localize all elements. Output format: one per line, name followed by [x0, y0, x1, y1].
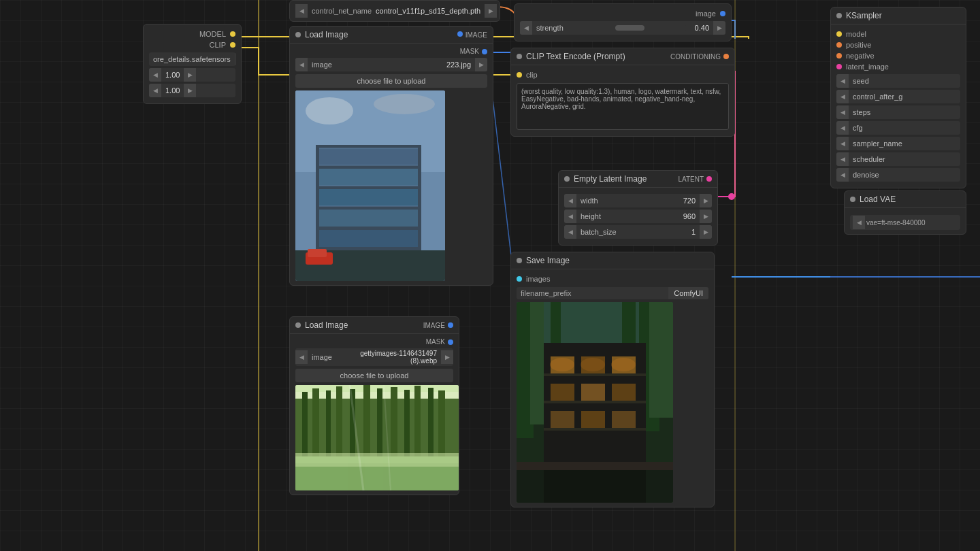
- svg-rect-35: [581, 411, 605, 428]
- clip-in-label: clip: [526, 71, 538, 79]
- svg-point-43: [550, 358, 574, 371]
- img2-filename: gettyimages-1146431497 (8).webp: [336, 348, 441, 366]
- img1-filename-row[interactable]: ◀ image 223.jpg ▶: [295, 58, 487, 71]
- arrow-ctrl-right[interactable]: ▶: [485, 4, 497, 18]
- svg-rect-22: [530, 302, 544, 424]
- arrow-denoise-left[interactable]: ◀: [836, 168, 849, 182]
- seed-row[interactable]: ◀ seed: [836, 74, 960, 88]
- val2-row[interactable]: ◀ 1.00 ▶: [149, 84, 235, 97]
- ksampler-negative-port: negative: [836, 50, 960, 61]
- model-label: MODEL: [199, 30, 226, 38]
- svg-point-4: [306, 97, 353, 124]
- ctrl-param-name: control_net_name: [312, 7, 372, 15]
- upload-btn-2[interactable]: choose file to upload: [295, 369, 453, 382]
- ksampler-node: KSampler model positive negative latent_…: [830, 7, 966, 188]
- strength-value: 0.40: [691, 22, 713, 33]
- arrow-img1-right[interactable]: ▶: [475, 58, 487, 71]
- empty-latent-title: Empty Latent Image: [574, 174, 647, 184]
- svg-point-44: [581, 358, 605, 371]
- mask2-out-dot: [448, 339, 453, 345]
- svg-rect-9: [319, 189, 418, 206]
- load-img2-dot: [295, 322, 301, 328]
- batch-label: batch_size: [576, 227, 687, 237]
- scheduler-row[interactable]: ◀ scheduler: [836, 152, 960, 166]
- svg-rect-32: [581, 384, 605, 401]
- svg-point-1: [728, 193, 735, 200]
- arrow-seed-left[interactable]: ◀: [836, 74, 849, 88]
- model-node: MODEL CLIP ore_details.safetensors ▶ ◀ 1…: [143, 24, 242, 104]
- arrow-sampler-left[interactable]: ◀: [836, 137, 849, 150]
- load-img1-dot: [295, 32, 301, 37]
- control-net-node: ◀ control_net_name control_v11f1p_sd15_d…: [289, 0, 500, 22]
- upload-btn-1[interactable]: choose file to upload: [295, 74, 487, 88]
- clip-text-area[interactable]: [517, 83, 729, 130]
- sampler-label: sampler_name: [849, 138, 960, 149]
- svg-rect-34: [551, 411, 574, 428]
- width-value: 720: [679, 195, 700, 206]
- svg-rect-65: [295, 453, 459, 467]
- arrow-right-2[interactable]: ▶: [184, 84, 196, 97]
- ctrl-after-label: control_after_g: [849, 91, 960, 102]
- svg-rect-39: [544, 428, 646, 431]
- cfg-label: cfg: [849, 122, 960, 133]
- cfg-row[interactable]: ◀ cfg: [836, 121, 960, 135]
- filename-row: ore_details.safetensors ▶: [149, 52, 235, 66]
- filename-prefix-row[interactable]: filename_prefix ComfyUI: [517, 287, 708, 299]
- svg-rect-10: [319, 210, 418, 227]
- batch-row[interactable]: ◀ batch_size 1 ▶: [564, 225, 712, 239]
- arrow-left-2[interactable]: ◀: [149, 84, 161, 97]
- arrow-strength-left[interactable]: ◀: [520, 21, 532, 35]
- images-label: images: [526, 275, 550, 283]
- arrow-steps-left[interactable]: ◀: [836, 105, 849, 119]
- ksampler-title: KSampler: [846, 11, 882, 20]
- arrow-height-right[interactable]: ▶: [700, 210, 712, 223]
- arrow-ctrl-left[interactable]: ◀: [295, 4, 308, 18]
- strength-row[interactable]: ◀ strength 0.40 ▶: [520, 21, 725, 35]
- latent-out-dot: [706, 176, 712, 182]
- arrow-img2-left[interactable]: ◀: [295, 350, 308, 364]
- vae-value-row[interactable]: ◀ vae=ft-mse-840000: [850, 215, 960, 230]
- ksampler-latent-label: latent_image: [846, 63, 889, 71]
- save-image-node: Save Image images filename_prefix ComfyU…: [510, 252, 715, 507]
- arrow-scheduler-left[interactable]: ◀: [836, 152, 849, 166]
- arrow-width-right[interactable]: ▶: [700, 194, 712, 207]
- arrow-ctrl-after-left[interactable]: ◀: [836, 90, 849, 103]
- load-image-1-node: Load Image IMAGE MASK ◀ image 223.jpg ▶ …: [289, 26, 493, 286]
- arrow-cfg-left[interactable]: ◀: [836, 121, 849, 135]
- steps-row[interactable]: ◀ steps: [836, 105, 960, 119]
- height-row[interactable]: ◀ height 960 ▶: [564, 210, 712, 223]
- load-image-2-node: Load Image IMAGE MASK ◀ image gettyimage…: [289, 316, 459, 495]
- clip-text-dot: [517, 54, 522, 59]
- svg-point-45: [611, 358, 636, 371]
- clip-text-node: CLIP Text Encode (Prompt) CONDITIONING c…: [510, 48, 735, 137]
- image-label-strength: image: [696, 10, 716, 18]
- img2-field-label: image: [308, 352, 336, 363]
- val1-row[interactable]: ◀ 1.00 ▶: [149, 68, 235, 82]
- arrow-strength-right[interactable]: ▶: [713, 21, 725, 35]
- arrow-vae-left[interactable]: ◀: [853, 216, 865, 229]
- arrow-width-left[interactable]: ◀: [564, 194, 576, 207]
- scheduler-label: scheduler: [849, 154, 960, 165]
- load-img1-title: Load Image: [305, 30, 348, 39]
- arrow-batch-right[interactable]: ▶: [700, 225, 712, 239]
- ksampler-model-port: model: [836, 29, 960, 39]
- filename-label: ore_details.safetensors: [149, 54, 235, 65]
- svg-rect-11: [319, 230, 418, 247]
- arrow-left-1[interactable]: ◀: [149, 68, 161, 82]
- load-vae-dot: [850, 197, 855, 202]
- arrow-img1-left[interactable]: ◀: [295, 58, 308, 71]
- arrow-right[interactable]: ▶: [235, 52, 235, 66]
- save-img-dot: [517, 258, 522, 263]
- arrow-height-left[interactable]: ◀: [564, 210, 576, 223]
- arrow-right-1[interactable]: ▶: [184, 68, 196, 82]
- sampler-row[interactable]: ◀ sampler_name: [836, 137, 960, 150]
- arrow-batch-left[interactable]: ◀: [564, 225, 576, 239]
- img2-filename-row[interactable]: ◀ image gettyimages-1146431497 (8).webp …: [295, 348, 453, 366]
- width-row[interactable]: ◀ width 720 ▶: [564, 194, 712, 207]
- arrow-img2-right[interactable]: ▶: [441, 350, 453, 364]
- control-after-row[interactable]: ◀ control_after_g: [836, 90, 960, 103]
- conditioning-out-dot: [723, 54, 729, 59]
- width-label: width: [576, 195, 679, 206]
- load-img2-title: Load Image: [305, 320, 348, 330]
- denoise-row[interactable]: ◀ denoise: [836, 168, 960, 182]
